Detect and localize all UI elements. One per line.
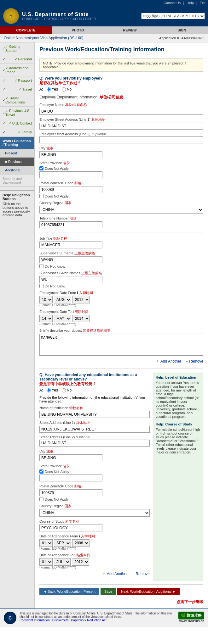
sidebar-item-family[interactable]: ✓ Family: [0, 128, 34, 137]
edu-no-radio[interactable]: [62, 388, 66, 392]
attend-to-format: (Format: DD-MMM-YYYY): [39, 566, 150, 569]
emp-to-month-select[interactable]: MAYJANAUG: [54, 315, 71, 322]
footer-text: This site is managed by the Bureau of Co…: [20, 612, 175, 619]
emp-from-day-select[interactable]: 100114: [39, 296, 53, 303]
progress-complete[interactable]: COMPLETE: [0, 26, 52, 34]
sidebar-item-previous[interactable]: ■ Previous: [0, 158, 34, 166]
supervisor-surname-input[interactable]: [39, 256, 102, 263]
attend-from-day-select[interactable]: 011014: [39, 539, 53, 547]
employer-country-group: Country/Region 国家 CHINA USA: [39, 201, 203, 214]
employer-street2-group: Employer Street Address (Line 2) *Option…: [39, 132, 203, 143]
emp-from-format: (Format: DD-MMM-YYYY): [39, 303, 203, 307]
footer: C This site is managed by the Bureau of …: [0, 608, 208, 627]
edu-yes-radio[interactable]: [47, 388, 51, 392]
supervisor-given-group: Supervisor's Given Names 上级主管的名 Do Not K…: [39, 271, 203, 288]
edu-help-text: You must answer Yes to this question if …: [156, 381, 200, 419]
job-title-input[interactable]: [39, 242, 102, 248]
employed-yes-radio[interactable]: [47, 87, 51, 92]
save-button[interactable]: Save: [101, 588, 116, 595]
sidebar-item-travel-companions[interactable]: ✓ Travel Companions: [0, 94, 34, 107]
employment-question-cn: 是否在其他单位工作过？: [39, 81, 81, 85]
note-text: NOTE: Provide your employment informatio…: [43, 61, 186, 69]
attend-to-day-select[interactable]: 011014: [39, 558, 53, 566]
sidebar-item-additional[interactable]: Additional: [0, 166, 34, 175]
state-dna-checkbox[interactable]: [39, 166, 43, 170]
sidebar-item-travel[interactable]: ✓ Travel: [0, 85, 34, 94]
duties-textarea[interactable]: MANAGER: [39, 334, 203, 356]
employer-phone-input[interactable]: [39, 221, 102, 228]
supervisor-given-dnt-checkbox[interactable]: [39, 284, 43, 288]
emp-from-year-select[interactable]: 201220112013: [72, 296, 90, 303]
employer-country-select[interactable]: CHINA USA: [39, 206, 203, 214]
copyright-link[interactable]: Copyright Information: [20, 619, 50, 622]
contact-link[interactable]: Contact Us: [164, 1, 181, 5]
attend-to-month-select[interactable]: JULJANSEP: [54, 558, 71, 566]
edu-city-group: City 城市: [39, 449, 150, 461]
paperwork-link[interactable]: Paperwork Reduction Act: [71, 619, 107, 622]
exit-link[interactable]: Exit: [200, 1, 205, 5]
emp-to-day-select[interactable]: 140110: [39, 315, 53, 322]
education-question-block: Q: Have you attended any educational ins…: [39, 373, 150, 576]
edu-city-input[interactable]: [39, 454, 102, 461]
employed-no-label[interactable]: No: [62, 87, 72, 92]
employer-postal-input[interactable]: [39, 186, 102, 193]
edu-state-dna-checkbox[interactable]: [39, 469, 43, 474]
sidebar-help: Help: Navigation Buttons Click on the bu…: [0, 190, 34, 219]
sidebar-item-personal[interactable]: ✓ Personal: [0, 55, 34, 64]
edu-add-another-link[interactable]: Add Another: [103, 572, 128, 576]
employer-state-input[interactable]: [39, 171, 102, 178]
sidebar-item-address-phone[interactable]: ✓ Address and Phone: [0, 64, 34, 76]
employment-question-block: Q: Were you previously employed? 是否在其他单位…: [39, 76, 203, 364]
edu-remove-link[interactable]: Remove: [133, 572, 150, 576]
edu-postal-input[interactable]: [39, 489, 102, 496]
attend-from-group: Date of Attendance From ℹ 入学时间 011014 SE…: [39, 534, 150, 550]
edu-help-title: Help: Level of Education: [156, 375, 200, 379]
sidebar-item-us-contact[interactable]: ✓ U.S. Contact: [0, 119, 34, 128]
supervisor-surname-group: Supervisor's Surname 上级主管的姓 Do Not Know: [39, 251, 203, 268]
emp-to-year-select[interactable]: 201420122013: [72, 315, 90, 322]
back-button[interactable]: ◄ Back: Work/Education: Present: [39, 588, 99, 595]
emp-add-another-link[interactable]: Add Another: [157, 359, 181, 364]
progress-sign[interactable]: SIGN: [156, 26, 208, 34]
emp-from-month-select[interactable]: AUGJANMAY: [54, 296, 71, 303]
next-button[interactable]: Next: Work/Education: Additional ►: [117, 588, 180, 595]
inst-name-input[interactable]: [39, 411, 150, 418]
attend-from-month-select[interactable]: SEPJANMAY: [54, 539, 71, 547]
employer-name-input[interactable]: [39, 108, 203, 115]
sidebar-item-passport[interactable]: ✓ Passport: [0, 76, 34, 85]
course-study-input[interactable]: [39, 525, 102, 531]
language-select[interactable]: 中文(简体) (CHINESE-SIMPLIFIED) English: [141, 13, 205, 19]
edu-postal-dna-checkbox[interactable]: [39, 497, 43, 501]
sidebar-item-present[interactable]: Present: [0, 149, 34, 158]
attend-to-year-select[interactable]: 201220102011: [72, 558, 89, 566]
supervisor-given-input[interactable]: [39, 276, 102, 283]
attend-from-year-select[interactable]: 200820072009: [72, 539, 90, 547]
sidebar-item-getting-started[interactable]: ✓ Getting Started: [0, 42, 34, 55]
supervisor-surname-dnt-checkbox[interactable]: [39, 264, 43, 268]
edu-state-group: State/Province 省份 Does Not Apply: [39, 464, 150, 481]
employer-phone-group: Telephone Number 电话: [39, 216, 203, 228]
sidebar-item-prev-us-travel[interactable]: ✓ Previous U.S. Travel: [0, 107, 34, 119]
disclaimers-link[interactable]: Disclaimers: [52, 619, 69, 622]
emp-remove-link[interactable]: Remove: [186, 359, 203, 364]
edu-country-select[interactable]: CHINA USA: [39, 509, 150, 517]
help-link[interactable]: Help: [187, 1, 194, 5]
employed-no-radio[interactable]: [62, 87, 66, 92]
edu-no-label[interactable]: No: [62, 388, 72, 392]
employer-street1-input[interactable]: [39, 123, 203, 130]
edu-street2-input[interactable]: [39, 440, 150, 447]
employer-street2-input[interactable]: [39, 136, 203, 143]
employer-city-input[interactable]: [39, 151, 102, 158]
edu-help-panel: Help: Level of Education You must answer…: [153, 373, 203, 581]
course-help-text: For middle school/junior high or high sc…: [156, 428, 200, 454]
progress-review[interactable]: REVIEW: [104, 26, 156, 34]
progress-photo[interactable]: PHOTO: [52, 26, 104, 34]
emp-to-format: (Format: DD-MMM-YYYY): [39, 322, 203, 326]
sidebar-item-work-education[interactable]: Work / Education / Training: [0, 137, 34, 149]
edu-yes-label[interactable]: Yes: [47, 388, 58, 392]
employed-yes-label[interactable]: Yes: [47, 87, 58, 92]
postal-dna-checkbox[interactable]: [39, 194, 43, 198]
edu-street1-input[interactable]: [39, 426, 150, 433]
sidebar: ✓ Getting Started ✓ Personal ✓ Address a…: [0, 42, 35, 608]
edu-state-input[interactable]: [39, 475, 102, 481]
